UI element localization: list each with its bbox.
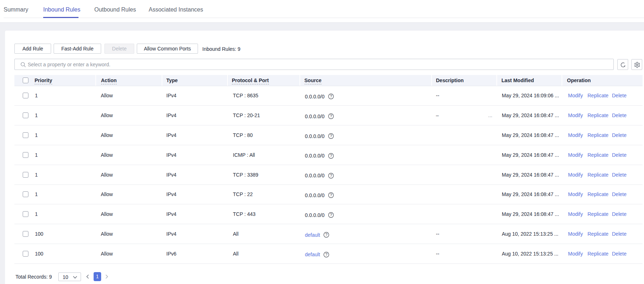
svg-text:?: ? <box>330 173 332 178</box>
svg-text:?: ? <box>330 213 332 217</box>
svg-text:?: ? <box>325 232 327 237</box>
svg-text:?: ? <box>330 193 332 198</box>
svg-text:?: ? <box>330 154 332 158</box>
svg-text:?: ? <box>330 134 332 138</box>
svg-text:?: ? <box>325 252 327 257</box>
svg-text:?: ? <box>330 114 332 119</box>
svg-text:?: ? <box>330 94 332 99</box>
